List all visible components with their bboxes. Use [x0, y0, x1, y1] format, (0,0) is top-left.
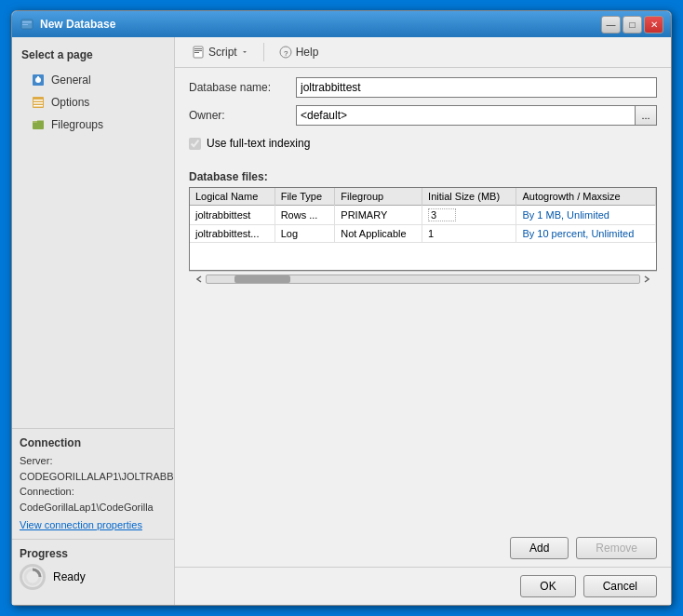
scroll-left-button[interactable] — [193, 273, 206, 286]
table-row[interactable]: joltrabbittest... Log Not Applicable 1 B… — [190, 225, 656, 243]
sidebar-label-options: Options — [51, 96, 89, 109]
script-dropdown-icon — [241, 48, 248, 56]
connection-value: CodeGorillaLap1\CodeGorilla — [20, 500, 167, 516]
svg-rect-11 — [33, 121, 37, 123]
server-label: Server: — [20, 453, 167, 469]
window-icon — [20, 17, 34, 32]
db-files-table: Logical Name File Type Filegroup Initial… — [190, 188, 656, 243]
sidebar-label-general: General — [51, 74, 91, 87]
owner-input-group: ... — [296, 105, 657, 126]
fulltext-checkbox[interactable] — [189, 138, 201, 150]
add-remove-buttons: Add Remove — [175, 533, 671, 567]
svg-rect-1 — [22, 21, 32, 23]
main-content: Select a page General — [12, 37, 671, 605]
row1-filegroup: PRIMARY — [335, 206, 422, 225]
svg-rect-5 — [37, 76, 39, 78]
maximize-button[interactable]: □ — [623, 16, 642, 33]
script-icon — [192, 46, 205, 59]
scrollbar-thumb — [234, 275, 290, 283]
table-body: joltrabbittest Rows ... PRIMARY By 1 MB,… — [190, 206, 656, 243]
scroll-right-button[interactable] — [640, 273, 653, 286]
sidebar-item-filegroups[interactable]: Filegroups — [12, 114, 174, 136]
db-files-section: Database files: Logical Name File Type F… — [175, 170, 671, 533]
owner-label: Owner: — [189, 109, 296, 122]
db-files-table-container[interactable]: Logical Name File Type Filegroup Initial… — [189, 187, 657, 271]
progress-section: Progress Ready — [12, 539, 174, 597]
bottom-buttons: OK Cancel — [175, 567, 671, 605]
progress-status: Ready — [53, 570, 86, 583]
window-title: New Database — [40, 18, 601, 31]
sidebar-item-options[interactable]: Options — [12, 91, 174, 114]
form-area: Database name: Owner: ... Use full-text … — [175, 68, 671, 170]
close-button[interactable]: ✕ — [644, 16, 663, 33]
cancel-button[interactable]: Cancel — [583, 575, 657, 597]
owner-browse-button[interactable]: ... — [635, 105, 657, 126]
toolbar: Script ? Help — [175, 37, 671, 68]
horizontal-scrollbar[interactable] — [206, 275, 640, 284]
svg-rect-8 — [33, 102, 43, 104]
help-label: Help — [296, 46, 319, 59]
db-files-label: Database files: — [189, 170, 657, 183]
database-name-input[interactable] — [296, 77, 657, 98]
ok-cancel-group: OK Cancel — [520, 575, 657, 597]
sidebar-label-filegroups: Filegroups — [51, 118, 103, 131]
row2-autogrowth: By 10 percent, Unlimited — [516, 225, 656, 243]
row2-initial-size: 1 — [422, 225, 516, 243]
row2-logical-name: joltrabbittest... — [190, 225, 275, 243]
row1-initial-size — [422, 206, 516, 225]
help-button[interactable]: ? Help — [272, 43, 327, 61]
table-row[interactable]: joltrabbittest Rows ... PRIMARY By 1 MB,… — [190, 206, 656, 225]
remove-button[interactable]: Remove — [576, 537, 657, 559]
row2-file-type: Log — [275, 225, 335, 243]
table-header: Logical Name File Type Filegroup Initial… — [190, 188, 656, 206]
sidebar-item-general[interactable]: General — [12, 69, 174, 91]
options-icon — [31, 95, 46, 110]
sidebar-header: Select a page — [12, 45, 174, 69]
script-label: Script — [208, 46, 237, 59]
col-autogrowth: Autogrowth / Maxsize — [516, 188, 656, 206]
window-controls: — □ ✕ — [601, 16, 663, 33]
sidebar: Select a page General — [12, 37, 175, 605]
svg-rect-9 — [33, 105, 43, 107]
col-initial-size: Initial Size (MB) — [422, 188, 516, 206]
toolbar-separator — [263, 43, 264, 61]
database-name-row: Database name: — [189, 77, 657, 98]
svg-rect-2 — [22, 24, 28, 25]
ok-button[interactable]: OK — [520, 575, 575, 597]
svg-rect-16 — [194, 52, 199, 53]
col-file-type: File Type — [275, 188, 335, 206]
general-icon — [31, 73, 46, 87]
svg-rect-7 — [33, 100, 43, 101]
svg-text:?: ? — [284, 49, 288, 58]
connection-label: Connection: — [20, 484, 167, 500]
row1-file-type: Rows ... — [275, 206, 335, 225]
fulltext-label: Use full-text indexing — [207, 137, 310, 150]
add-button[interactable]: Add — [510, 537, 569, 559]
help-icon: ? — [279, 46, 292, 59]
title-bar: New Database — □ ✕ — [12, 11, 671, 37]
right-panel: Script ? Help Database name: — [175, 37, 671, 605]
owner-input[interactable] — [296, 105, 635, 126]
progress-inner: Ready — [20, 564, 167, 590]
owner-row: Owner: ... — [189, 105, 657, 126]
row2-filegroup: Not Applicable — [335, 225, 422, 243]
filegroups-icon — [31, 117, 46, 132]
progress-spinner — [20, 564, 46, 590]
script-button[interactable]: Script — [184, 43, 256, 61]
svg-rect-15 — [194, 50, 202, 51]
row1-logical-name: joltrabbittest — [190, 206, 275, 225]
minimize-button[interactable]: — — [601, 16, 621, 33]
new-database-window: New Database — □ ✕ Select a page General — [11, 10, 672, 606]
server-value: CODEGORILLALAP1\JOLTRABB — [20, 469, 167, 485]
view-connection-properties-link[interactable]: View connection properties — [20, 519, 142, 530]
svg-rect-14 — [194, 48, 202, 49]
row1-autogrowth: By 1 MB, Unlimited — [516, 206, 656, 225]
scrollbar-area — [189, 271, 657, 286]
col-filegroup: Filegroup — [335, 188, 422, 206]
progress-title: Progress — [20, 547, 167, 560]
connection-title: Connection — [20, 436, 167, 449]
col-logical-name: Logical Name — [190, 188, 275, 206]
connection-section: Connection Server: CODEGORILLALAP1\JOLTR… — [12, 428, 174, 539]
database-name-label: Database name: — [189, 81, 296, 94]
fulltext-row: Use full-text indexing — [189, 133, 657, 154]
